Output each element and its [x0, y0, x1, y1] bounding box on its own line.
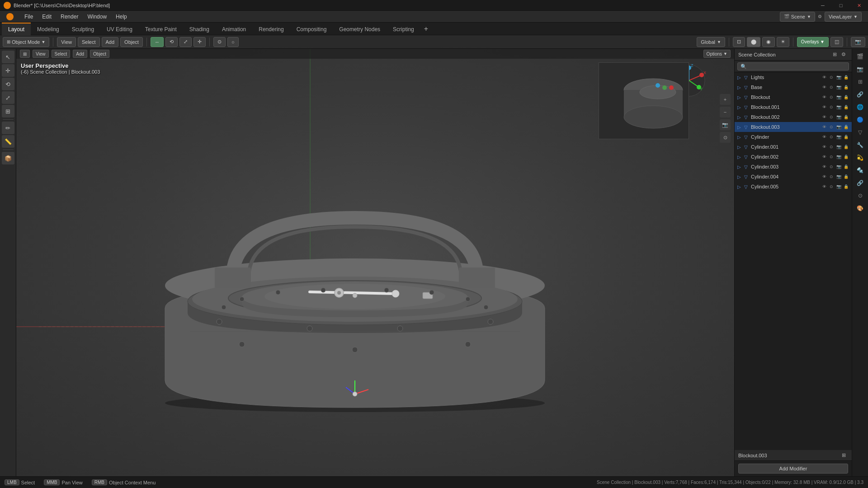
viewport-add-menu-btn[interactable]: Add: [73, 50, 87, 58]
visibility-icon[interactable]: 📷: [835, 164, 842, 170]
overlay-btn[interactable]: Overlays ▼: [797, 37, 829, 47]
expand-icon[interactable]: ▷: [737, 115, 741, 120]
visibility-icon[interactable]: 🔒: [843, 154, 849, 160]
tab-animation[interactable]: Animation: [216, 23, 252, 35]
move-tool-btn[interactable]: ↔: [151, 37, 164, 47]
expand-icon[interactable]: ▷: [737, 184, 741, 189]
prop-icon-material[interactable]: 🎨: [854, 202, 866, 214]
expand-icon[interactable]: ▷: [737, 85, 741, 90]
outliner-settings-icon[interactable]: ⚙: [839, 50, 848, 59]
transform-tool-btn[interactable]: ✛: [193, 37, 206, 47]
visibility-icon[interactable]: 👁: [821, 94, 827, 100]
material-preview-btn[interactable]: ◉: [762, 37, 775, 47]
add-workspace-button[interactable]: +: [420, 25, 432, 33]
viewport-options-btn[interactable]: Options ▼: [703, 50, 731, 58]
add-cube-btn[interactable]: 📦: [2, 152, 14, 164]
tab-sculpting[interactable]: Sculpting: [66, 23, 100, 35]
tab-rendering[interactable]: Rendering: [252, 23, 290, 35]
visibility-icon[interactable]: 👁: [821, 74, 827, 80]
outliner-item-cylinder-003[interactable]: ▷▽Cylinder.003👁⊙📷🔒: [735, 162, 852, 172]
viewport-editor-menu-btn[interactable]: ⊞: [20, 50, 30, 58]
viewport-object-menu-btn[interactable]: Object: [90, 50, 109, 58]
object-menu-btn[interactable]: Object: [120, 37, 143, 47]
view-menu-btn[interactable]: View: [57, 37, 76, 47]
visibility-icon[interactable]: 🔒: [843, 124, 849, 130]
visibility-icon[interactable]: 🔒: [843, 84, 849, 90]
outliner-item-blockout-002[interactable]: ▷▽Blockout.002👁⊙📷🔒: [735, 112, 852, 122]
visibility-icon[interactable]: 📷: [835, 104, 842, 110]
visibility-icon[interactable]: 📷: [835, 154, 842, 160]
tab-geometry-nodes[interactable]: Geometry Nodes: [333, 23, 387, 35]
tab-layout[interactable]: Layout: [2, 23, 31, 35]
expand-icon[interactable]: ▷: [737, 155, 741, 160]
visibility-icon[interactable]: 👁: [821, 144, 827, 150]
prop-icon-object[interactable]: ▽: [854, 127, 866, 138]
visibility-icon[interactable]: ⊙: [828, 134, 835, 140]
viewport-3d[interactable]: ⊞ View Select Add Object Options ▼ User …: [16, 49, 734, 476]
visibility-icon[interactable]: 👁: [821, 174, 827, 180]
visibility-icon[interactable]: ⊙: [828, 154, 835, 160]
outliner-item-cylinder-001[interactable]: ▷▽Cylinder.001👁⊙📷🔒: [735, 142, 852, 152]
prop-icon-view-layer[interactable]: 🔗: [854, 89, 866, 100]
visibility-icon[interactable]: 📷: [835, 174, 842, 180]
outliner-item-cylinder[interactable]: ▷▽Cylinder👁⊙📷🔒: [735, 132, 852, 142]
visibility-icon[interactable]: ⊙: [828, 94, 835, 100]
minimize-button[interactable]: ─: [814, 0, 832, 11]
outliner-search-input[interactable]: [737, 62, 849, 70]
transform-tool-btn-l[interactable]: ⊞: [2, 105, 14, 117]
tab-scripting[interactable]: Scripting: [387, 23, 420, 35]
tab-compositing[interactable]: Compositing: [290, 23, 333, 35]
expand-icon[interactable]: ▷: [737, 75, 741, 80]
visibility-icon[interactable]: ⊙: [828, 174, 835, 180]
expand-icon[interactable]: ▷: [737, 105, 741, 110]
visibility-icon[interactable]: 📷: [835, 134, 842, 140]
scale-tool-btn[interactable]: ⤢: [179, 37, 192, 47]
visibility-icon[interactable]: ⊙: [828, 104, 835, 110]
scene-selector[interactable]: 🎬 Scene ▼: [780, 12, 815, 22]
prop-icon-output[interactable]: ⊞: [854, 76, 866, 88]
xray-btn[interactable]: ◫: [830, 37, 843, 47]
visibility-icon[interactable]: 📷: [835, 74, 842, 80]
add-modifier-btn[interactable]: Add Modifier: [738, 464, 848, 474]
menu-help[interactable]: Help: [111, 11, 132, 23]
visibility-icon[interactable]: ⊙: [828, 124, 835, 130]
expand-icon[interactable]: ▷: [737, 164, 741, 169]
visibility-icon[interactable]: 👁: [821, 104, 827, 110]
visibility-icon[interactable]: 👁: [821, 84, 827, 90]
visibility-icon[interactable]: 🔒: [843, 174, 849, 180]
visibility-icon[interactable]: 👁: [821, 183, 827, 190]
prop-icon-scene2[interactable]: 🌐: [854, 101, 866, 113]
annotate-btn[interactable]: ✏: [2, 122, 14, 134]
outliner-item-base[interactable]: ▷▽Base👁⊙📷🔒: [735, 82, 852, 92]
transform-global-btn[interactable]: Global ▼: [697, 37, 725, 47]
prop-icon-scene[interactable]: 🎬: [854, 51, 866, 62]
visibility-icon[interactable]: 📷: [835, 124, 842, 130]
visibility-icon[interactable]: 👁: [821, 164, 827, 170]
prop-icon-physics[interactable]: 🔩: [854, 164, 866, 176]
maximize-button[interactable]: □: [832, 0, 850, 11]
camera-btn[interactable]: 📷: [851, 37, 865, 47]
visibility-icon[interactable]: 🔒: [843, 74, 849, 80]
select-menu-btn[interactable]: Select: [78, 37, 100, 47]
visibility-icon[interactable]: ⊙: [828, 74, 835, 80]
menu-edit[interactable]: Edit: [38, 11, 56, 23]
prop-icon-render[interactable]: 📷: [854, 63, 866, 75]
menu-file[interactable]: File: [20, 11, 38, 23]
viewport-select-menu-btn[interactable]: Select: [52, 50, 71, 58]
visibility-icon[interactable]: 📷: [835, 94, 842, 100]
visibility-icon[interactable]: 🔒: [843, 183, 849, 190]
tab-uv-editing[interactable]: UV Editing: [100, 23, 139, 35]
measure-btn[interactable]: 📏: [2, 135, 14, 148]
outliner-item-blockout-001[interactable]: ▷▽Blockout.001👁⊙📷🔒: [735, 102, 852, 112]
visibility-icon[interactable]: 🔒: [843, 94, 849, 100]
zoom-in-btn[interactable]: +: [720, 94, 731, 105]
wireframe-btn[interactable]: ⊡: [733, 37, 745, 47]
menu-blender[interactable]: [2, 11, 20, 23]
menu-render[interactable]: Render: [56, 11, 83, 23]
visibility-icon[interactable]: 👁: [821, 134, 827, 140]
add-menu-btn[interactable]: Add: [102, 37, 119, 47]
mode-select-btn[interactable]: ⊞ Object Mode ▼: [3, 37, 49, 47]
tab-texture-paint[interactable]: Texture Paint: [139, 23, 183, 35]
viewport-view-menu-btn[interactable]: View: [33, 50, 49, 58]
tab-modeling[interactable]: Modeling: [31, 23, 66, 35]
